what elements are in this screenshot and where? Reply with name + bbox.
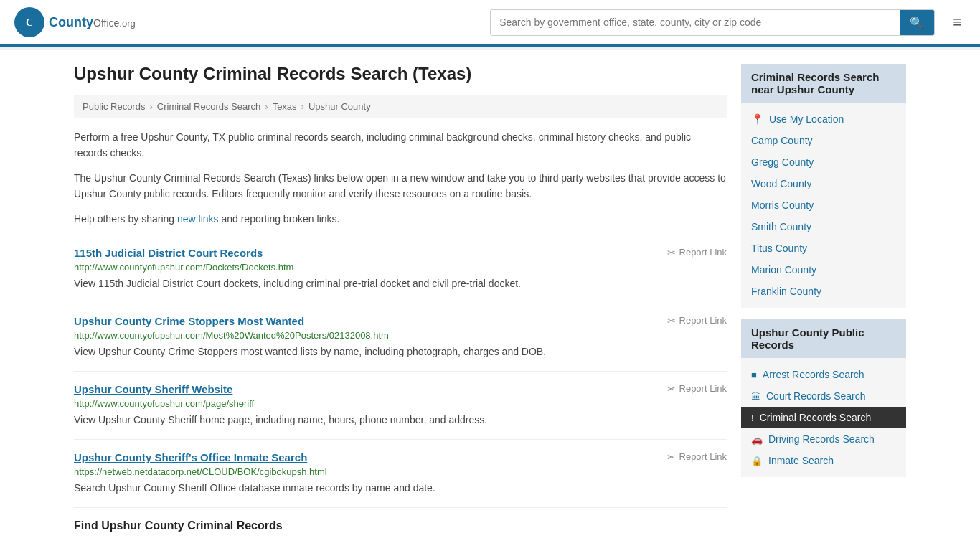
report-link[interactable]: ✂ Report Link xyxy=(667,451,727,463)
report-label: Report Link xyxy=(679,383,727,394)
nearby-box-content: 📍 Use My Location Camp County Gregg Coun… xyxy=(741,103,906,308)
new-links-link[interactable]: new links xyxy=(177,213,219,225)
record-court[interactable]: 🏛 Court Records Search xyxy=(741,385,906,407)
record-criminal[interactable]: ! Criminal Records Search xyxy=(741,407,906,428)
nearby-county-gregg[interactable]: Gregg County xyxy=(741,151,906,173)
pin-icon: 📍 xyxy=(751,113,763,125)
court-label[interactable]: Court Records Search xyxy=(766,390,866,402)
driving-icon: 🚗 xyxy=(751,434,763,445)
use-my-location-label: Use My Location xyxy=(769,113,844,125)
breadcrumb-texas[interactable]: Texas xyxy=(273,101,297,112)
results-list: 115th Judicial District Court Records ✂ … xyxy=(74,235,727,508)
description-1: Perform a free Upshur County, TX public … xyxy=(74,129,727,161)
page-container: Upshur County Criminal Records Search (T… xyxy=(60,50,920,551)
result-header: Upshur County Crime Stoppers Most Wanted… xyxy=(74,315,727,327)
site-logo[interactable]: C CountyOffice.org xyxy=(14,7,136,37)
nearby-box: Criminal Records Search near Upshur Coun… xyxy=(741,64,906,308)
record-inmate[interactable]: 🔒 Inmate Search xyxy=(741,450,906,471)
result-item: Upshur County Crime Stoppers Most Wanted… xyxy=(74,303,727,372)
result-desc: View Upshur County Crime Stoppers most w… xyxy=(74,344,727,359)
report-icon: ✂ xyxy=(667,451,676,463)
nearby-county-marion[interactable]: Marion County xyxy=(741,259,906,281)
result-desc: View Upshur County Sheriff home page, in… xyxy=(74,413,727,428)
search-bar: 🔍 xyxy=(490,9,935,36)
menu-icon[interactable]: ≡ xyxy=(949,9,966,35)
record-arrest[interactable]: ■ Arrest Records Search xyxy=(741,364,906,385)
result-title[interactable]: 115th Judicial District Court Records xyxy=(74,247,263,259)
result-desc: Search Upshur County Sheriff Office data… xyxy=(74,481,727,496)
svg-text:C: C xyxy=(26,17,33,28)
criminal-icon: ! xyxy=(751,413,754,423)
result-url[interactable]: http://www.countyofupshur.com/Most%20Wan… xyxy=(74,330,727,341)
public-records-header: Upshur County Public Records xyxy=(741,319,906,358)
breadcrumb-upshur-county[interactable]: Upshur County xyxy=(308,101,371,112)
result-title[interactable]: Upshur County Sheriff's Office Inmate Se… xyxy=(74,451,307,463)
result-url[interactable]: http://www.countyofupshur.com/Dockets/Do… xyxy=(74,262,727,273)
result-header: Upshur County Sheriff's Office Inmate Se… xyxy=(74,451,727,463)
report-link[interactable]: ✂ Report Link xyxy=(667,247,727,258)
arrest-label[interactable]: Arrest Records Search xyxy=(763,369,864,380)
result-url[interactable]: https://netweb.netdatacorp.net/CLOUD/BOK… xyxy=(74,466,727,477)
result-item: Upshur County Sheriff Website ✂ Report L… xyxy=(74,372,727,440)
nearby-county-camp[interactable]: Camp County xyxy=(741,130,906,151)
result-url[interactable]: http://www.countyofupshur.com/page/sheri… xyxy=(74,398,727,409)
result-item: 115th Judicial District Court Records ✂ … xyxy=(74,235,727,303)
inmate-icon: 🔒 xyxy=(751,456,763,466)
result-header: Upshur County Sheriff Website ✂ Report L… xyxy=(74,383,727,395)
breadcrumb-sep-3: › xyxy=(301,101,304,112)
result-desc: View 115th Judicial District Court docke… xyxy=(74,276,727,291)
description-3: Help others by sharing new links and rep… xyxy=(74,211,727,227)
public-records-box: Upshur County Public Records ■ Arrest Re… xyxy=(741,319,906,477)
record-driving[interactable]: 🚗 Driving Records Search xyxy=(741,428,906,450)
breadcrumb-criminal-records[interactable]: Criminal Records Search xyxy=(157,101,261,112)
search-input[interactable] xyxy=(491,10,900,35)
nearby-county-morris[interactable]: Morris County xyxy=(741,194,906,216)
main-content: Upshur County Criminal Records Search (T… xyxy=(74,64,727,538)
breadcrumb-public-records[interactable]: Public Records xyxy=(83,101,145,112)
report-icon: ✂ xyxy=(667,383,676,395)
breadcrumb-sep-1: › xyxy=(149,101,152,112)
result-item: Upshur County Sheriff's Office Inmate Se… xyxy=(74,440,727,508)
inmate-label[interactable]: Inmate Search xyxy=(768,455,834,466)
bottom-section-heading: Find Upshur County Criminal Records xyxy=(74,508,727,538)
use-my-location[interactable]: 📍 Use My Location xyxy=(741,108,906,130)
arrest-icon: ■ xyxy=(751,369,757,380)
nearby-box-header: Criminal Records Search near Upshur Coun… xyxy=(741,64,906,103)
report-link[interactable]: ✂ Report Link xyxy=(667,383,727,395)
report-icon: ✂ xyxy=(667,247,676,258)
nearby-county-titus[interactable]: Titus County xyxy=(741,237,906,259)
report-label: Report Link xyxy=(679,247,727,258)
nearby-header-text: Criminal Records Search near Upshur Coun… xyxy=(751,71,879,95)
logo-wordmark: CountyOffice.org xyxy=(49,15,136,30)
driving-label[interactable]: Driving Records Search xyxy=(768,433,875,445)
nearby-county-wood[interactable]: Wood County xyxy=(741,173,906,194)
public-records-content: ■ Arrest Records Search 🏛 Court Records … xyxy=(741,358,906,477)
sidebar: Criminal Records Search near Upshur Coun… xyxy=(741,64,906,538)
report-label: Report Link xyxy=(679,451,727,462)
result-header: 115th Judicial District Court Records ✂ … xyxy=(74,247,727,259)
description-2: The Upshur County Criminal Records Searc… xyxy=(74,170,727,202)
report-label: Report Link xyxy=(679,315,727,326)
result-title[interactable]: Upshur County Sheriff Website xyxy=(74,383,232,395)
search-button[interactable]: 🔍 xyxy=(900,10,934,35)
nearby-county-franklin[interactable]: Franklin County xyxy=(741,281,906,302)
page-title: Upshur County Criminal Records Search (T… xyxy=(74,64,727,84)
report-icon: ✂ xyxy=(667,315,676,326)
report-link[interactable]: ✂ Report Link xyxy=(667,315,727,326)
logo-icon: C xyxy=(14,7,44,37)
public-records-header-text: Upshur County Public Records xyxy=(751,326,864,351)
nearby-county-smith[interactable]: Smith County xyxy=(741,216,906,237)
result-title[interactable]: Upshur County Crime Stoppers Most Wanted xyxy=(74,315,304,327)
court-icon: 🏛 xyxy=(751,391,760,402)
breadcrumb-sep-2: › xyxy=(265,101,268,112)
site-header: C CountyOffice.org 🔍 ≡ xyxy=(0,0,980,47)
breadcrumb: Public Records › Criminal Records Search… xyxy=(74,95,727,118)
criminal-label[interactable]: Criminal Records Search xyxy=(760,412,872,423)
